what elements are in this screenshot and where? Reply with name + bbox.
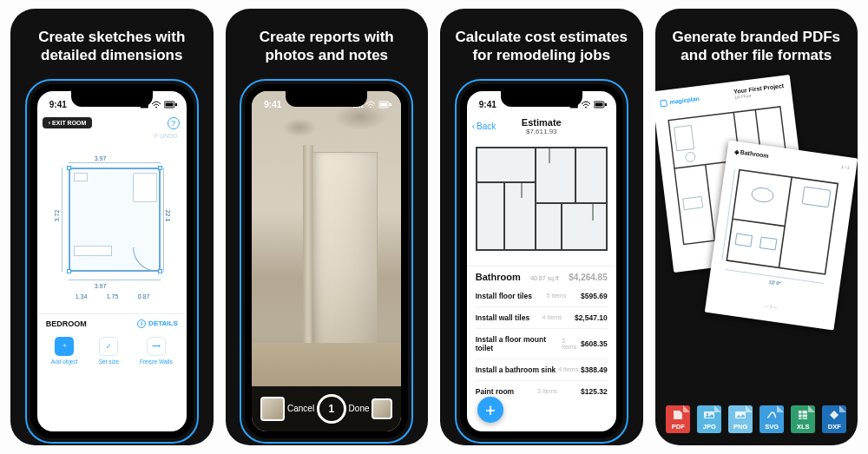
format-dxf[interactable]: DXF (821, 405, 847, 433)
logo-icon (660, 99, 667, 107)
shot-count: 1 (329, 403, 335, 415)
export-formats: PDF JPG PNG SVG XLS DXF (655, 405, 858, 433)
headline: Generate branded PDFs and other file for… (666, 28, 848, 65)
freeze-walls-button[interactable]: ⟶ Freeze Walls (140, 337, 173, 365)
wifi-icon (151, 101, 161, 109)
svg-rect-35 (760, 237, 777, 250)
lock-icon: ⟶ (147, 337, 166, 356)
resize-icon: ⤢ (99, 337, 118, 356)
status-time: 9:41 (49, 100, 67, 109)
status-time: 9:41 (264, 100, 281, 109)
dimension-label: 3.72 (54, 209, 60, 221)
format-xls[interactable]: XLS (790, 405, 816, 433)
promo-card-reports: Create reports with photos and notes 9:4… (226, 9, 429, 445)
estimate-line-items: Install floor tiles 5 Items $595.69 Inst… (467, 286, 616, 402)
phone-notch (71, 91, 153, 107)
room-outline[interactable] (69, 168, 161, 272)
info-icon: i (137, 319, 146, 328)
svg-line-31 (733, 219, 785, 226)
svg-rect-27 (674, 125, 694, 150)
dimension-label: 1.75 (107, 293, 119, 299)
brand-logo: magicplan (660, 95, 700, 107)
svg-rect-9 (477, 148, 607, 250)
svg-rect-7 (595, 103, 602, 107)
line-item[interactable]: Install a bathroom sink 4 Items $388.49 (476, 359, 608, 381)
promo-card-sketches: Create sketches with detailed dimensions… (10, 9, 214, 445)
svg-point-28 (686, 151, 696, 161)
svg-rect-26 (683, 196, 703, 209)
format-png[interactable]: PNG (727, 405, 753, 433)
done-button[interactable]: Done (349, 404, 370, 413)
floor-sketch[interactable]: 3.97 3.97 3.72 22.1 1.34 1.75 0.87 (43, 143, 181, 308)
phone-frame: 9:41 Cancel 1 Done (240, 79, 413, 444)
page-title: Estimate $7,611.93 (522, 117, 562, 135)
phone-notch (286, 91, 367, 107)
furniture-closet[interactable] (74, 173, 88, 181)
headline: Create reports with photos and notes (236, 28, 418, 65)
svg-line-23 (706, 164, 715, 240)
battery-icon (594, 101, 608, 109)
svg-rect-4 (380, 103, 388, 107)
svg-rect-8 (605, 103, 607, 106)
details-button[interactable]: i DETAILS (137, 319, 178, 328)
photo-thumbnail[interactable] (260, 397, 285, 421)
headline: Calculate cost estimates for remodeling … (450, 28, 633, 65)
floor-plan-preview[interactable] (471, 142, 612, 260)
add-object-button[interactable]: ＋ Add object (51, 337, 78, 365)
cancel-button[interactable]: Cancel (287, 404, 314, 413)
phone-notch (501, 91, 582, 107)
camera-viewfinder[interactable] (252, 91, 401, 431)
svg-rect-5 (390, 103, 391, 106)
room-name-label: BEDROOM (46, 319, 87, 328)
exported-document: ◈ Bathroom 1 / 1 (705, 140, 858, 330)
promo-card-export: Generate branded PDFs and other file for… (655, 9, 858, 445)
chevron-left-icon: ‹ (472, 122, 475, 131)
svg-point-33 (751, 186, 774, 202)
headline: Create sketches with detailed dimensions (21, 28, 203, 65)
format-pdf[interactable]: PDF (665, 405, 691, 433)
exit-room-button[interactable]: ‹ EXIT ROOM (43, 117, 93, 128)
door-icon[interactable] (133, 247, 157, 272)
resize-handle[interactable] (67, 166, 71, 170)
dimension-label: 3.97 (95, 283, 107, 289)
help-icon[interactable]: ? (168, 117, 180, 129)
svg-rect-1 (165, 103, 173, 107)
status-time: 9:41 (479, 100, 496, 109)
svg-rect-34 (735, 234, 752, 247)
shutter-button[interactable]: 1 (317, 394, 346, 424)
resize-handle[interactable] (158, 269, 162, 273)
gallery-thumbnail[interactable] (372, 398, 392, 419)
back-button[interactable]: ‹ Back (472, 122, 496, 131)
line-item[interactable]: Install wall tiles 4 Items $2,547.10 (476, 307, 608, 329)
dimension-label: 3.97 (95, 155, 107, 161)
plus-icon: ＋ (483, 399, 498, 420)
add-item-button[interactable]: ＋ (477, 397, 503, 423)
wifi-icon (581, 101, 591, 109)
resize-handle[interactable] (67, 269, 71, 273)
set-size-button[interactable]: ⤢ Set size (99, 337, 119, 365)
phone-frame: 9:41 ‹ EXIT ROOM ? ↺ UNDO (25, 79, 199, 444)
phone-frame: 9:41 ‹ Back Estimate $7,611.93 (455, 79, 628, 444)
battery-icon (378, 101, 392, 109)
undo-button[interactable]: ↺ UNDO (153, 133, 178, 139)
line-item[interactable]: Install floor tiles 5 Items $595.69 (476, 286, 608, 307)
chevron-left-icon: ‹ (49, 120, 50, 126)
wifi-icon (365, 101, 376, 109)
dimension-label: 0.87 (138, 293, 150, 299)
promo-card-estimate: Calculate cost estimates for remodeling … (440, 9, 643, 445)
plus-icon: ＋ (55, 337, 74, 356)
furniture-desk[interactable] (74, 246, 112, 256)
format-jpg[interactable]: JPG (696, 405, 722, 433)
furniture-bed[interactable] (133, 173, 157, 202)
sketch-action-bar: ＋ Add object ⤢ Set size ⟶ Freeze Walls (37, 332, 187, 365)
line-item[interactable]: Install a floor mount toilet 3 Items $60… (476, 329, 608, 359)
format-svg[interactable]: SVG (759, 405, 785, 433)
resize-handle[interactable] (158, 166, 162, 170)
camera-controls: Cancel 1 Done (252, 386, 401, 431)
estimate-section-header[interactable]: Bathroom 40.07 sq.ft $4,264.85 (467, 266, 616, 286)
dimension-label: 22.1 (165, 209, 171, 221)
dimension-label: 1.34 (76, 293, 88, 299)
battery-icon (164, 101, 178, 109)
svg-rect-32 (802, 187, 831, 207)
svg-point-40 (707, 413, 708, 415)
